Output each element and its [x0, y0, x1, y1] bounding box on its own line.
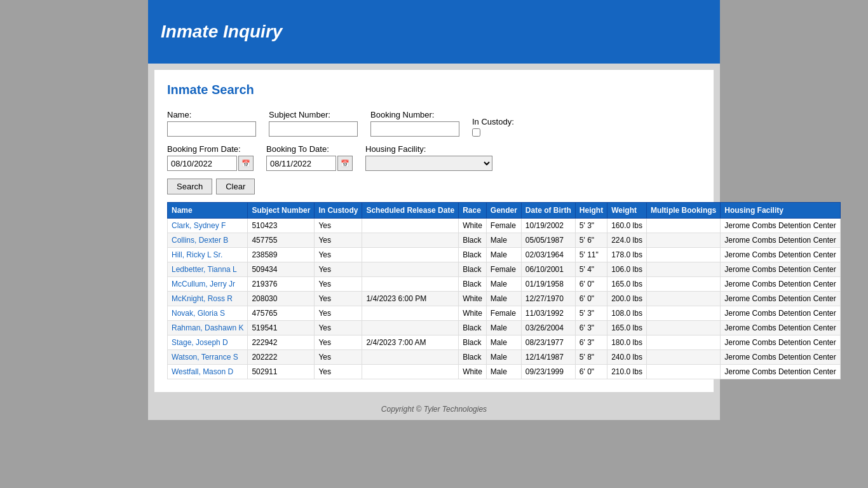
- cell-in-custody: Yes: [315, 365, 362, 379]
- table-row: Stage, Joseph D222942Yes2/4/2023 7:00 AM…: [168, 336, 841, 350]
- booking-to-calendar-button[interactable]: 📅: [337, 156, 353, 171]
- cell-weight: 224.0 lbs: [607, 233, 647, 248]
- search-form-row2: Booking From Date: 📅 Booking To Date: 📅 …: [167, 144, 701, 171]
- inmate-name-link[interactable]: McCullum, Jerry Jr: [172, 280, 235, 288]
- cell-race: Black: [459, 336, 487, 350]
- table-row: McKnight, Ross R208030Yes1/4/2023 6:00 P…: [168, 292, 841, 306]
- cell-subject-number: 202222: [248, 350, 315, 365]
- name-input[interactable]: [167, 121, 256, 137]
- cell-height: 6' 3": [575, 336, 607, 350]
- cell-race: Black: [459, 277, 487, 292]
- booking-from-input[interactable]: [167, 156, 237, 171]
- cell-race: White: [459, 306, 487, 321]
- clear-button[interactable]: Clear: [216, 179, 255, 194]
- cell-name: Stage, Joseph D: [168, 336, 248, 350]
- cell-scheduled-release: [362, 248, 459, 262]
- app-title: Inmate Inquiry: [161, 22, 282, 42]
- cell-gender: Male: [486, 277, 521, 292]
- booking-from-calendar-button[interactable]: 📅: [238, 156, 254, 171]
- search-form-row1: Name: Subject Number: Booking Number: In…: [167, 110, 701, 137]
- cell-name: McCullum, Jerry Jr: [168, 277, 248, 292]
- table-row: Hill, Ricky L Sr.238589YesBlackMale02/03…: [168, 248, 841, 262]
- cell-weight: 200.0 lbs: [607, 292, 647, 306]
- search-button[interactable]: Search: [167, 179, 212, 194]
- inmate-name-link[interactable]: Watson, Terrance S: [172, 353, 238, 362]
- cell-in-custody: Yes: [315, 336, 362, 350]
- table-row: Clark, Sydney F510423YesWhiteFemale10/19…: [168, 219, 841, 233]
- booking-from-wrapper: 📅: [167, 156, 254, 171]
- cell-multiple-bookings: [646, 292, 720, 306]
- cell-dob: 09/23/1999: [521, 365, 575, 379]
- cell-weight: 178.0 lbs: [607, 248, 647, 262]
- cell-in-custody: Yes: [315, 277, 362, 292]
- cell-housing-facility: Jerome Combs Detention Center: [721, 336, 840, 350]
- cell-subject-number: 502911: [248, 365, 315, 379]
- cell-weight: 165.0 lbs: [607, 277, 647, 292]
- col-multiple-bookings: Multiple Bookings: [646, 203, 720, 219]
- cell-dob: 03/26/2004: [521, 321, 575, 336]
- inmate-name-link[interactable]: Ledbetter, Tianna L: [172, 265, 237, 274]
- cell-race: Black: [459, 350, 487, 365]
- col-name: Name: [168, 203, 248, 219]
- cell-multiple-bookings: [646, 365, 720, 379]
- cell-scheduled-release: [362, 262, 459, 277]
- booking-to-input[interactable]: [266, 156, 336, 171]
- col-height: Height: [575, 203, 607, 219]
- col-in-custody: In Custody: [315, 203, 362, 219]
- inmate-name-link[interactable]: Westfall, Mason D: [172, 367, 233, 376]
- cell-race: Black: [459, 248, 487, 262]
- in-custody-label: In Custody:: [472, 117, 514, 126]
- cell-gender: Male: [486, 292, 521, 306]
- cell-height: 6' 0": [575, 277, 607, 292]
- cell-multiple-bookings: [646, 248, 720, 262]
- cell-subject-number: 509434: [248, 262, 315, 277]
- table-row: Watson, Terrance S202222YesBlackMale12/1…: [168, 350, 841, 365]
- cell-height: 5' 3": [575, 306, 607, 321]
- cell-multiple-bookings: [646, 233, 720, 248]
- footer-text: Copyright © Tyler Technologies: [381, 405, 487, 414]
- booking-number-input[interactable]: [370, 121, 459, 137]
- cell-height: 6' 0": [575, 365, 607, 379]
- cell-gender: Male: [486, 233, 521, 248]
- inmate-name-link[interactable]: Collins, Dexter B: [172, 236, 228, 245]
- cell-race: White: [459, 219, 487, 233]
- table-row: Collins, Dexter B457755YesBlackMale05/05…: [168, 233, 841, 248]
- housing-facility-label: Housing Facility:: [365, 144, 492, 154]
- inmate-name-link[interactable]: McKnight, Ross R: [172, 294, 233, 303]
- cell-scheduled-release: [362, 306, 459, 321]
- cell-subject-number: 519541: [248, 321, 315, 336]
- inmate-name-link[interactable]: Hill, Ricky L Sr.: [172, 250, 222, 259]
- cell-scheduled-release: 1/4/2023 6:00 PM: [362, 292, 459, 306]
- inmate-name-link[interactable]: Stage, Joseph D: [172, 338, 228, 347]
- cell-name: Watson, Terrance S: [168, 350, 248, 365]
- cell-housing-facility: Jerome Combs Detention Center: [721, 365, 840, 379]
- housing-facility-select[interactable]: [365, 156, 492, 171]
- col-gender: Gender: [486, 203, 521, 219]
- cell-dob: 12/14/1987: [521, 350, 575, 365]
- cell-housing-facility: Jerome Combs Detention Center: [721, 350, 840, 365]
- inmate-name-link[interactable]: Novak, Gloria S: [172, 309, 225, 318]
- cell-weight: 240.0 lbs: [607, 350, 647, 365]
- inmate-name-link[interactable]: Rahman, Dashawn K: [172, 323, 243, 332]
- cell-height: 6' 3": [575, 321, 607, 336]
- cell-name: Hill, Ricky L Sr.: [168, 248, 248, 262]
- cell-in-custody: Yes: [315, 262, 362, 277]
- subject-number-input[interactable]: [269, 121, 358, 137]
- cell-dob: 01/19/1958: [521, 277, 575, 292]
- app-container: Inmate Inquiry Inmate Search Name: Subje…: [148, 0, 720, 420]
- cell-race: White: [459, 292, 487, 306]
- col-subject-number: Subject Number: [248, 203, 315, 219]
- booking-number-group: Booking Number:: [370, 110, 459, 137]
- cell-gender: Male: [486, 350, 521, 365]
- booking-to-label: Booking To Date:: [266, 144, 353, 154]
- cell-scheduled-release: [362, 350, 459, 365]
- cell-multiple-bookings: [646, 336, 720, 350]
- cell-housing-facility: Jerome Combs Detention Center: [721, 233, 840, 248]
- cell-subject-number: 457755: [248, 233, 315, 248]
- table-row: Novak, Gloria S475765YesWhiteFemale11/03…: [168, 306, 841, 321]
- inmate-name-link[interactable]: Clark, Sydney F: [172, 221, 226, 230]
- cell-name: McKnight, Ross R: [168, 292, 248, 306]
- cell-dob: 02/03/1964: [521, 248, 575, 262]
- cell-housing-facility: Jerome Combs Detention Center: [721, 321, 840, 336]
- in-custody-checkbox[interactable]: [472, 128, 480, 137]
